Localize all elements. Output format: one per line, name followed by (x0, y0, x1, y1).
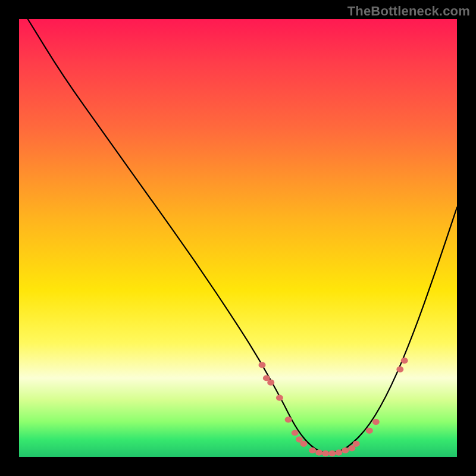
data-marker (259, 362, 266, 368)
data-marker (276, 395, 283, 401)
chart-frame: TheBottleneck.com (0, 0, 476, 476)
data-marker (292, 430, 299, 436)
data-marker (328, 450, 336, 456)
data-marker (300, 441, 307, 447)
data-marker (342, 447, 349, 453)
data-marker (309, 447, 316, 453)
bottleneck-curve (28, 19, 457, 453)
data-marker (353, 441, 360, 447)
data-marker (372, 419, 380, 425)
data-marker (401, 358, 408, 364)
data-marker (267, 380, 274, 386)
data-marker (335, 450, 342, 456)
chart-plot-area (19, 19, 457, 457)
watermark-text: TheBottleneck.com (347, 4, 470, 19)
data-marker (285, 416, 292, 422)
data-marker (366, 428, 373, 434)
marker-group (259, 358, 408, 456)
chart-overlay (19, 19, 457, 457)
data-marker (315, 450, 322, 456)
data-marker (396, 367, 403, 372)
data-marker (322, 450, 329, 456)
